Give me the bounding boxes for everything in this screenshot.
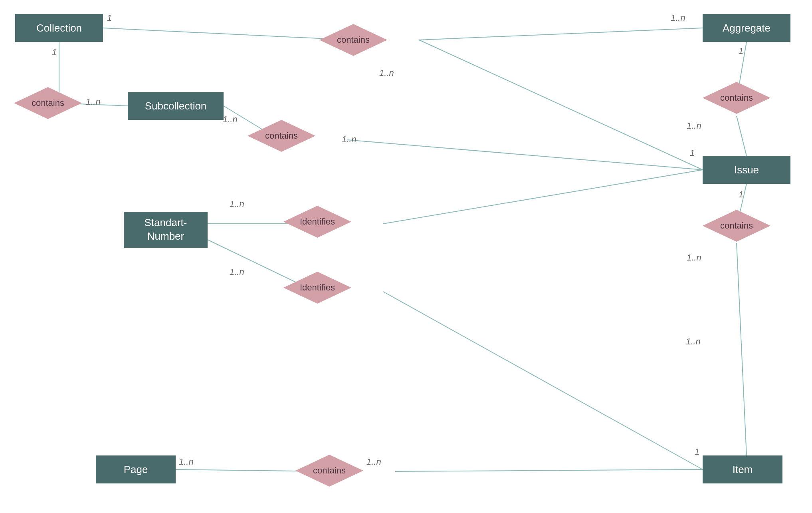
svg-line-6	[419, 40, 703, 170]
diamond-contains-issue: contains	[703, 210, 770, 242]
diamond-identifies-lower: Identifies	[283, 272, 351, 304]
cardinality-c18: 1..n	[686, 336, 701, 347]
diamond-contains-left: contains	[14, 87, 82, 119]
svg-line-0	[103, 28, 351, 40]
cardinality-c16: 1..n	[366, 457, 381, 467]
cardinality-c7: 1..n	[342, 134, 356, 145]
cardinality-c1: 1	[107, 13, 112, 23]
diamond-contains-sub: contains	[248, 120, 315, 152]
diamond-identifies-upper: Identifies	[283, 206, 351, 238]
svg-line-1	[419, 28, 703, 40]
entity-page: Page	[96, 455, 176, 483]
cardinality-c11: 1..n	[230, 267, 244, 277]
entity-aggregate: Aggregate	[703, 14, 790, 42]
svg-line-14	[383, 292, 703, 469]
cardinality-c4: 1..n	[86, 97, 101, 107]
svg-line-16	[395, 469, 703, 471]
cardinality-c9: 1..n	[687, 121, 701, 131]
svg-line-5	[347, 140, 703, 170]
svg-line-10	[737, 243, 747, 455]
cardinality-c6: 1..n	[379, 68, 394, 78]
entity-item: Item	[703, 455, 782, 483]
cardinality-c8: 1	[739, 46, 743, 56]
diamond-contains-top: contains	[319, 24, 387, 56]
cardinality-c15: 1..n	[179, 457, 194, 467]
svg-line-8	[737, 116, 747, 156]
diamond-contains-bottom: contains	[295, 455, 363, 487]
cardinality-c17: 1	[695, 447, 699, 457]
entity-standart-number: Standart-Number	[124, 212, 208, 248]
entity-issue: Issue	[703, 156, 790, 184]
cardinality-c14: 1..n	[687, 253, 701, 263]
cardinality-c5: 1..n	[223, 114, 238, 125]
svg-line-12	[383, 170, 703, 224]
entity-collection: Collection	[15, 14, 103, 42]
diagram-container: Collection Aggregate Subcollection Issue…	[0, 0, 812, 513]
cardinality-c13: 1	[739, 189, 743, 200]
cardinality-c3: 1	[52, 47, 57, 58]
cardinality-c10: 1..n	[230, 199, 244, 209]
cardinality-c2: 1..n	[671, 13, 685, 23]
entity-subcollection: Subcollection	[128, 92, 224, 120]
cardinality-c12: 1	[690, 148, 695, 158]
diamond-contains-agg: contains	[703, 82, 770, 114]
